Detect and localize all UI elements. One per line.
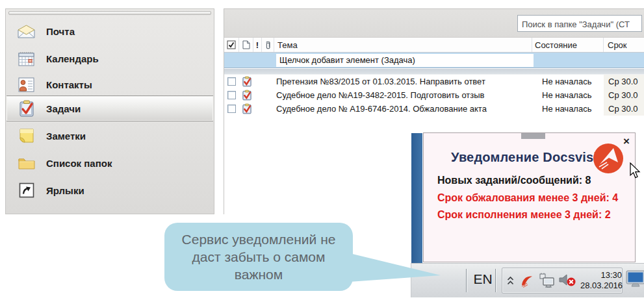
outlook-nav-sidebar: Почта Календарь (5, 8, 214, 214)
callout-tail (350, 251, 442, 284)
task-rows: Претензия №83/2015 от 01.03.2015. Направ… (224, 75, 644, 116)
network-icon[interactable] (536, 273, 557, 288)
column-header-row: ! Тема Состояние Срок (224, 38, 644, 53)
sidebar-item-tasks[interactable]: Задачи (6, 95, 213, 121)
appeal-deadline-line: Срок обжалования менее 3 дней: 4 (437, 192, 618, 204)
search-input[interactable]: Поиск в папке "Задачи" (СТ (517, 15, 642, 32)
screen: Почта Календарь (0, 0, 644, 300)
checkbox-icon (227, 40, 236, 49)
sidebar-item-calendar[interactable]: Календарь (6, 45, 213, 71)
sidebar-item-label: Контакты (46, 79, 92, 90)
sidebar-item-label: Почта (46, 26, 75, 37)
task-status: Не началась (532, 90, 604, 100)
task-row[interactable]: Судебное дело №А19-3482-2015. Подготовит… (224, 88, 644, 102)
task-clipboard-icon (239, 76, 255, 87)
group-separator (224, 69, 644, 75)
popup-title: Уведомление Docsvision (451, 150, 613, 165)
task-checkbox[interactable] (227, 77, 236, 86)
column-importance[interactable]: ! (253, 38, 262, 52)
column-complete[interactable] (224, 38, 239, 52)
popup-drag-handle[interactable] (521, 133, 545, 139)
sidebar-item-notes[interactable]: Заметки (6, 123, 213, 149)
task-row[interactable]: Судебное дело № А19-6746-2014. Обжалован… (224, 102, 644, 116)
tray-date: 28.03.2016 (580, 281, 622, 291)
task-checkbox[interactable] (227, 91, 236, 99)
notification-popup: × Уведомление Docsvision Новых заданий/с… (423, 132, 636, 262)
sidebar-splitter-handle[interactable] (8, 11, 211, 15)
windows-taskbar: EN (411, 263, 644, 297)
task-subject: Претензия №83/2015 от 01.03.2015. Направ… (276, 77, 532, 86)
sidebar-item-label: Ярлыки (46, 185, 84, 196)
system-tray: 13:30 28.03.2016 (502, 268, 623, 294)
paperclip-icon (265, 40, 271, 50)
calendar-icon (18, 51, 35, 67)
contacts-icon (18, 77, 35, 93)
task-clipboard-icon (239, 103, 255, 114)
task-status: Не началась (532, 104, 604, 114)
task-row[interactable]: Претензия №83/2015 от 01.03.2015. Направ… (224, 75, 644, 88)
column-subject[interactable]: Тема (274, 38, 532, 52)
shortcuts-icon (18, 182, 35, 199)
language-indicator[interactable]: EN (471, 271, 495, 287)
notification-count-line: Новых заданий/сообщений: 8 (437, 175, 591, 186)
column-attachment[interactable] (262, 38, 274, 52)
task-status: Не началась (532, 77, 604, 86)
tasks-icon (18, 101, 35, 117)
sidebar-item-label: Календарь (46, 53, 99, 64)
new-task-input[interactable]: Щелчок добавит элемент (Задача) (276, 54, 534, 67)
mail-icon (18, 23, 35, 40)
tray-clock[interactable]: 13:30 28.03.2016 (580, 270, 622, 291)
sidebar-item-shortcuts[interactable]: Ярлыки (6, 177, 213, 203)
task-due: Ср 30.0 (604, 75, 644, 88)
taskbar-separator (466, 269, 467, 292)
notes-icon (18, 128, 35, 144)
sidebar-item-label: Задачи (46, 103, 81, 114)
sidebar-item-folder-list[interactable]: Список папок (6, 150, 213, 176)
window-edge-blue-bar (411, 133, 422, 263)
docsvision-tray-icon[interactable] (518, 273, 536, 288)
new-task-row[interactable]: Щелчок добавит элемент (Задача) (224, 53, 644, 68)
tray-time: 13:30 (580, 270, 622, 281)
sidebar-item-label: Список папок (46, 158, 112, 169)
column-due[interactable]: Срок (604, 38, 644, 52)
mouse-cursor (630, 162, 641, 179)
sidebar-item-contacts[interactable]: Контакты (6, 71, 213, 97)
search-placeholder: Поиск в папке "Задачи" (СТ (522, 19, 630, 29)
callout-text: Сервис уведомлений не даст забыть о само… (177, 231, 341, 283)
taskbar-separator (495, 269, 496, 292)
hidden-icons-chevron-icon[interactable] (502, 276, 518, 286)
task-clipboard-icon (239, 90, 255, 101)
volume-muted-icon[interactable] (557, 273, 578, 288)
column-status[interactable]: Состояние (532, 38, 604, 52)
task-subject: Судебное дело №А19-3482-2015. Подготовит… (276, 90, 532, 100)
callout-bubble: Сервис уведомлений не даст забыть о само… (164, 223, 353, 291)
execution-deadline-line: Срок исполнения менее 3 дней: 2 (437, 209, 611, 221)
desktop-monitor-icon[interactable] (626, 269, 644, 290)
column-document[interactable] (239, 38, 253, 52)
sidebar-item-mail[interactable]: Почта (6, 18, 213, 44)
task-checkbox[interactable] (227, 105, 236, 113)
panel-toolbar: Поиск в папке "Задачи" (СТ (224, 9, 644, 38)
task-due: Ср 30.0 (604, 88, 644, 102)
task-subject: Судебное дело № А19-6746-2014. Обжалован… (276, 104, 532, 114)
task-due: Ср 30.0 (604, 102, 644, 116)
sidebar-item-label: Заметки (46, 131, 86, 142)
folder-list-icon (18, 155, 35, 171)
docsvision-logo-icon (591, 142, 625, 179)
document-icon (242, 40, 250, 49)
